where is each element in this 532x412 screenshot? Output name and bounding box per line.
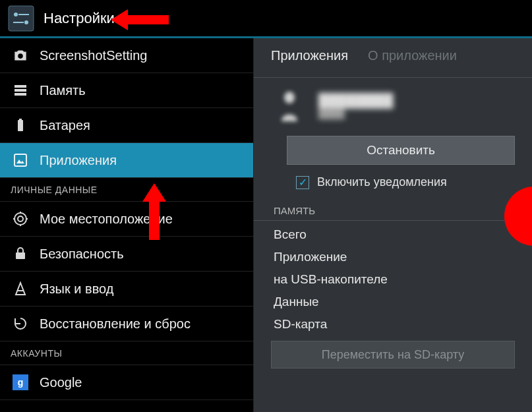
reset-icon xyxy=(12,315,29,332)
svg-point-13 xyxy=(15,213,26,225)
mem-row: SD-карта xyxy=(274,313,512,336)
sidebar-item-label: Восстановление и сброс xyxy=(40,316,191,332)
page-title: Настройки xyxy=(44,10,115,27)
sidebar-item-label: Безопасность xyxy=(40,247,124,262)
section-personal: ЛИЧНЫЕ ДАННЫЕ xyxy=(0,178,253,202)
sidebar-item-label: Приложения xyxy=(40,153,117,168)
sidebar-item-label: Язык и ввод xyxy=(40,281,113,297)
svg-point-3 xyxy=(24,20,28,24)
sidebar-item-apps[interactable]: Приложения xyxy=(0,143,253,178)
checkbox-icon[interactable]: ✓ xyxy=(296,176,309,189)
lock-icon xyxy=(12,245,29,262)
app-header: ████████ ████ xyxy=(254,78,532,128)
sidebar-item-security[interactable]: Безопасность xyxy=(0,237,253,272)
sidebar-item-screenshot[interactable]: ScreenshotSetting xyxy=(0,38,253,73)
sidebar-item-location[interactable]: Мое местоположение xyxy=(0,202,253,237)
notifications-row[interactable]: ✓ Включить уведомления xyxy=(254,165,532,196)
mem-row: Всего xyxy=(274,223,512,246)
stop-button[interactable]: Остановить xyxy=(287,136,515,165)
sidebar-item-reset[interactable]: Восстановление и сброс xyxy=(0,307,253,341)
sidebar-item-label: Google xyxy=(40,375,82,390)
sidebar-item-google[interactable]: g Google xyxy=(0,365,253,400)
mem-row: на USB-накопителе xyxy=(274,268,512,291)
section-accounts: АККАУНТЫ xyxy=(0,341,253,365)
app-sub: ████ xyxy=(318,108,393,119)
svg-rect-8 xyxy=(15,93,26,96)
app-icon xyxy=(274,90,305,121)
language-icon xyxy=(12,280,29,297)
detail-pane: Приложения О приложении ████████ ████ Ос… xyxy=(254,38,532,412)
svg-rect-11 xyxy=(15,154,26,166)
svg-rect-6 xyxy=(15,85,26,88)
svg-rect-0 xyxy=(9,6,34,31)
svg-point-1 xyxy=(14,13,18,16)
memory-list: Всего Приложение на USB-накопителе Данны… xyxy=(254,221,532,336)
tab-about[interactable]: О приложении xyxy=(368,48,457,67)
apps-icon xyxy=(12,152,29,169)
mem-row: Приложение xyxy=(274,246,512,268)
mem-row: Данные xyxy=(274,291,512,313)
storage-icon xyxy=(12,82,29,99)
tabs: Приложения О приложении xyxy=(254,38,532,78)
svg-rect-18 xyxy=(16,252,25,259)
svg-point-22 xyxy=(284,92,295,103)
tab-apps[interactable]: Приложения xyxy=(271,48,348,67)
svg-rect-7 xyxy=(15,89,26,92)
app-name: ████████ xyxy=(318,93,393,108)
sidebar-item-battery[interactable]: Батарея xyxy=(0,108,253,143)
svg-point-5 xyxy=(18,53,23,59)
move-to-sd-button[interactable]: Переместить на SD-карту xyxy=(271,341,515,368)
sidebar-item-label: Мое местоположение xyxy=(40,212,173,227)
sidebar: ScreenshotSetting Память Батарея Приложе… xyxy=(0,38,254,412)
settings-screen: Настройки ScreenshotSetting Память Бата xyxy=(0,0,532,412)
camera-icon xyxy=(12,47,29,64)
settings-icon xyxy=(8,5,34,32)
svg-rect-9 xyxy=(18,120,23,131)
sidebar-item-label: ScreenshotSetting xyxy=(40,48,147,63)
google-icon: g xyxy=(12,374,29,391)
sidebar-item-label: Память xyxy=(40,83,86,98)
sidebar-item-language[interactable]: Язык и ввод xyxy=(0,272,253,307)
battery-icon xyxy=(12,117,29,134)
svg-text:g: g xyxy=(18,377,24,388)
sidebar-item-label: Батарея xyxy=(40,118,90,133)
notifications-label: Включить уведомления xyxy=(317,175,447,189)
sidebar-item-memory[interactable]: Память xyxy=(0,73,253,108)
svg-point-12 xyxy=(18,216,23,221)
location-icon xyxy=(12,210,29,227)
memory-section: ПАМЯТЬ xyxy=(254,196,532,221)
svg-rect-10 xyxy=(19,119,22,120)
header: Настройки xyxy=(0,0,532,38)
